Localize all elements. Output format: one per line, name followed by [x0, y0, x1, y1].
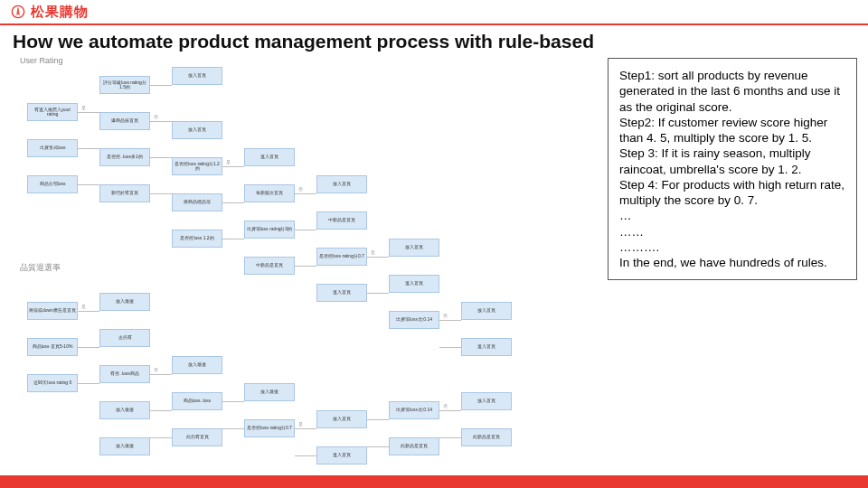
edge	[78, 112, 99, 113]
edge	[439, 320, 461, 321]
edge	[295, 230, 316, 230]
flow-node: 進入首頁	[244, 148, 295, 166]
edge	[367, 257, 389, 258]
edge	[222, 239, 244, 239]
edge-label: 是	[298, 421, 303, 427]
flow-node: 中新品是首頁	[316, 211, 367, 230]
edge	[295, 455, 316, 456]
flow-node: 放入首頁	[172, 67, 222, 85]
rules-text-box: Step1: sort all products by revenue gene…	[608, 58, 857, 280]
page-title: How we automate product management proce…	[0, 25, 868, 54]
flow-node: 是否控loss 1.2的	[172, 230, 222, 248]
edge-label: 否	[443, 313, 448, 318]
flow-node: 此新品是首頁	[461, 428, 512, 446]
flow-node: 商品loss..loss	[172, 392, 222, 410]
edge	[150, 121, 172, 122]
flow-node: 爆商品按首頁	[99, 112, 150, 130]
flow-node: 有否..loss商品	[99, 365, 150, 383]
flow-node: 出貨等loss 比0.14	[389, 401, 439, 419]
flow-node: 是否控loss rating分1.2的	[172, 157, 222, 175]
edge	[150, 374, 172, 375]
flow-node: 進入首頁	[389, 275, 439, 293]
edge	[367, 293, 389, 294]
slide-body: User Rating 品質退選率 有進入推薦入pool rating 出貨形式…	[0, 54, 868, 472]
flow-node: 放入最後	[172, 356, 222, 374]
flow-node: 此仍有首頁	[172, 428, 222, 446]
edge	[439, 347, 461, 348]
edge-label: 是	[81, 105, 86, 110]
edge	[78, 311, 99, 312]
edge-label: 是	[371, 249, 375, 255]
flow-node: 近90天loss rating 0	[27, 374, 78, 392]
flow-node: 商品loss 首頁5-10%	[27, 338, 78, 356]
edge	[439, 437, 461, 438]
edge	[439, 410, 461, 411]
edge-label: 否	[443, 403, 448, 408]
edge-label: 否	[154, 367, 158, 372]
flow-node: 進入首頁	[316, 284, 367, 302]
flow-node: 放入最後	[99, 437, 150, 455]
edge	[78, 184, 99, 185]
edge	[367, 446, 389, 447]
edge	[78, 347, 99, 348]
flow-node: 進入首頁	[461, 338, 512, 356]
flow-node: 商品分類loss	[27, 175, 78, 193]
edge	[150, 157, 172, 158]
edge	[150, 193, 172, 194]
flow-node: 進入首頁	[316, 446, 367, 465]
header-bar: 松果購物	[0, 0, 868, 25]
rules-line: Step 3: If it is rainy season, multiply …	[619, 145, 845, 177]
flow-node: 放入首頁	[461, 392, 512, 410]
edge	[150, 437, 172, 438]
flow-node: 每新版次首頁	[244, 184, 295, 202]
rules-line: Step2: If customer review score higher t…	[619, 115, 845, 146]
pinecone-logo-icon	[11, 5, 25, 19]
edge	[295, 266, 316, 267]
flow-node: 新增於有首頁	[99, 184, 150, 202]
flow-node: 出貨等loss rating分0的	[244, 221, 295, 239]
rules-line: ……….	[619, 239, 845, 255]
edge	[367, 419, 389, 420]
flow-node: 放入首頁	[389, 239, 439, 257]
footer-bar	[0, 475, 868, 488]
rules-line: ……	[619, 224, 845, 239]
flow-node: 出貨等loss 比0.14	[389, 311, 439, 329]
flow-node: 放入首頁	[172, 121, 222, 139]
edge	[295, 428, 316, 429]
edge	[222, 401, 244, 402]
edge	[222, 166, 244, 167]
flow-node: 是否控loss rating分0.7	[244, 419, 295, 437]
edge-label: 否	[298, 186, 303, 192]
flow-node: 放入最後	[244, 383, 295, 401]
flow-node: 放入最後	[99, 401, 150, 419]
flow-node: 出貨形式loss	[27, 139, 78, 157]
flow-node: 將商品標品等	[172, 193, 222, 211]
flow-node: 放入首頁	[316, 410, 367, 428]
flow-node: 是否控..loss多1的	[99, 148, 150, 166]
rules-line: Step 4: For products with high return ra…	[619, 177, 845, 209]
flow-node: 將得或down廣告是首頁	[27, 302, 78, 320]
edge	[222, 428, 244, 429]
flow-node: 放入最後	[99, 293, 150, 311]
edge	[222, 202, 244, 203]
logo-text: 松果購物	[31, 4, 89, 21]
flow-node: 評分等級loss rating分1.5的	[99, 76, 150, 94]
rules-line: In the end, we have hundreds of rules.	[619, 255, 845, 270]
edge-label: 是	[81, 304, 86, 309]
flowchart-diagram: 有進入推薦入pool rating 出貨形式loss 商品分類loss 評分等級…	[27, 58, 561, 455]
edge	[150, 410, 172, 411]
edge	[150, 85, 172, 86]
rules-line: Step1: sort all products by revenue gene…	[619, 68, 845, 115]
flow-node: 此新品是首頁	[389, 437, 439, 455]
flow-node: 去仍有	[99, 329, 150, 347]
flow-node: 放入首頁	[316, 175, 367, 193]
edge	[295, 193, 316, 194]
flow-node: 有進入推薦入pool rating	[27, 103, 78, 121]
flow-node: 中新品是首頁	[244, 257, 295, 275]
edge	[78, 383, 99, 384]
rules-line: …	[619, 208, 845, 223]
edge-label: 是	[226, 159, 231, 164]
edge	[78, 148, 99, 149]
flow-node: 放入首頁	[461, 302, 512, 320]
edge-label: 否	[154, 114, 158, 119]
